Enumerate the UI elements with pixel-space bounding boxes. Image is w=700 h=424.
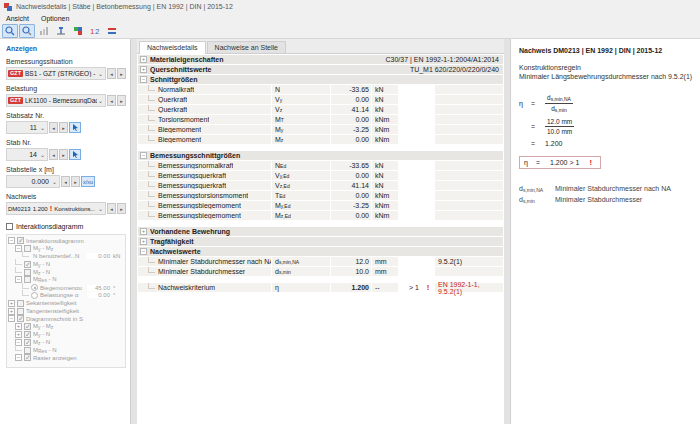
collapse-icon[interactable]: − [15,354,22,361]
collapse-icon[interactable]: − [140,152,147,159]
prev-location-button[interactable]: ◂ [61,176,70,187]
tree-checkbox[interactable] [17,237,24,244]
decimal-places-icon[interactable]: 12 [87,24,103,38]
table-row[interactable]: QuerkraftVz41.14kN [138,105,503,114]
tree-checkbox[interactable] [24,276,31,283]
units-icon[interactable] [104,24,120,38]
next-loading-button[interactable]: ▸ [117,95,126,106]
section-header[interactable]: −Bemessungsschnittgrößen [138,151,503,160]
expand-icon[interactable]: + [140,238,147,245]
collapse-icon[interactable]: − [15,276,22,283]
collapse-icon[interactable]: − [8,237,15,244]
design-check-select[interactable]: DM0213 1.200 ! Konstruktions... ⌄ [6,202,106,215]
row-label: Biegemoment [138,125,271,134]
table-row[interactable]: TorsionsmomentMT0.00kNm [138,115,503,124]
tree-item-label: Interaktionsdiagramm [26,238,124,244]
table-row[interactable]: BemessungsquerkraftVz,Ed41.14kN [138,181,503,190]
section-header[interactable]: +MaterialeigenschaftenC30/37 | EN 1992-1… [138,55,503,64]
menu-ansicht[interactable]: Ansicht [6,15,29,22]
table-row[interactable]: Nachweiskriteriumη1.200--> 1!EN 1992-1-1… [138,283,503,292]
tree-checkbox[interactable] [17,315,24,322]
relative-location-button[interactable]: x/xu [81,176,95,187]
table-row[interactable]: BemessungsbiegemomentMy,Ed-3.25kNm [138,201,503,210]
color-scale-icon[interactable] [70,24,86,38]
zoom-window-icon[interactable] [19,24,35,38]
expand-icon[interactable]: + [15,323,22,330]
tree-item-value[interactable]: 0.00 [87,292,111,298]
tree-checkbox[interactable] [24,354,31,361]
row-criterion [399,95,421,104]
tree-radio[interactable] [31,284,38,291]
prev-member-button[interactable]: ◂ [49,149,58,160]
pick-cursor-icon [72,151,79,158]
design-situation-select[interactable]: GZT BS1 - GZT (STR/GEO) - Ständig u... ⌄ [6,67,106,80]
location-input[interactable]: 0.000 ⌄ [6,175,60,188]
table-row[interactable]: BemessungstorsionsmomentTEd0.00kNm [138,191,503,200]
tab-nachweisdetails[interactable]: Nachweisdetails [139,41,206,54]
tree-item-value[interactable]: 0.00 [87,253,111,259]
tree-checkbox[interactable] [24,269,31,276]
tree-checkbox[interactable] [24,331,31,338]
prev-member-set-button[interactable]: ◂ [49,122,58,133]
collapse-icon[interactable]: − [140,76,147,83]
expand-icon[interactable]: + [140,228,147,235]
prev-loading-button[interactable]: ◂ [107,95,116,106]
next-location-button[interactable]: ▸ [71,176,80,187]
table-row[interactable]: BiegemomentMy-3.25kNm [138,125,503,134]
tree-checkbox[interactable] [24,347,31,354]
table-row[interactable]: Minimaler Stabdurchmesserds,min10.0mm [138,267,503,276]
tree-item: −Interaktionsdiagramm [8,237,124,245]
tab-nachweise-an-stelle[interactable]: Nachweise an Stelle [207,41,286,53]
dimension-icon[interactable] [53,24,69,38]
expand-icon[interactable]: + [140,66,147,73]
next-member-set-button[interactable]: ▸ [59,122,68,133]
prev-situation-button[interactable]: ◂ [107,68,116,79]
tree-checkbox[interactable] [17,300,24,307]
menu-optionen[interactable]: Optionen [41,15,69,22]
section-header[interactable]: +Vorhandene Bewehrung [138,227,503,236]
collapse-icon[interactable]: − [15,245,22,252]
menu-bar: Ansicht Optionen [0,13,700,24]
tree-checkbox[interactable] [17,308,24,315]
loading-select[interactable]: GZT LK1100 - BemessungDach1 Sch... ⌄ [6,94,106,107]
pick-member-set-button[interactable] [69,122,81,133]
prev-check-button[interactable]: ◂ [107,203,116,214]
row-reference [435,125,503,134]
pick-member-button[interactable] [69,149,81,160]
tree-checkbox[interactable] [24,261,31,268]
tree-checkbox[interactable] [24,245,31,252]
member-set-input[interactable]: 11 ⌄ [6,121,48,134]
table-row[interactable]: BemessungsnormalkraftNEd-33.65kN [138,161,503,170]
expand-icon[interactable]: + [8,308,15,315]
tree-checkbox[interactable] [24,339,31,346]
next-member-button[interactable]: ▸ [59,149,68,160]
table-row[interactable]: BemessungsbiegemomentMz,Ed0.00kNm [138,211,503,220]
collapse-icon[interactable]: − [8,315,15,322]
member-input[interactable]: 14 ⌄ [6,148,48,161]
expand-icon[interactable]: + [140,56,147,63]
tree-branch-line [148,161,155,167]
section-header[interactable]: −Schnittgrößen [138,75,503,84]
expand-icon[interactable]: + [8,300,15,307]
table-row[interactable]: QuerkraftVy0.00kN [138,95,503,104]
section-header[interactable]: +QuerschnittswerteTU_M1 620/220/0/220/0/… [138,65,503,74]
table-row[interactable]: Minimaler Stabdurchmesser nach NAds,min,… [138,257,503,266]
zoom-out-icon[interactable] [2,24,18,38]
next-situation-button[interactable]: ▸ [117,68,126,79]
table-row[interactable]: BiegemomentMz0.00kNm [138,135,503,144]
expand-icon[interactable]: + [15,331,22,338]
section-header[interactable]: −Nachweiswerte [138,247,503,256]
legend-symbol: ds,min,NA [519,185,555,193]
collapse-icon[interactable]: − [140,248,147,255]
table-row[interactable]: BemessungsquerkraftVy,Ed0.00kN [138,171,503,180]
interaction-diagram-checkbox[interactable] [6,223,13,230]
tree-item-value[interactable]: 45.00 [87,285,111,291]
row-reference [435,135,503,144]
table-row[interactable]: NormalkraftN-33.65kN [138,85,503,94]
result-diagram-icon[interactable] [36,24,52,38]
next-check-button[interactable]: ▸ [117,203,126,214]
section-header[interactable]: +Tragfähigkeit [138,237,503,246]
tree-checkbox[interactable] [24,323,31,330]
tree-radio[interactable] [31,292,38,299]
gzt-badge: GZT [8,97,23,104]
